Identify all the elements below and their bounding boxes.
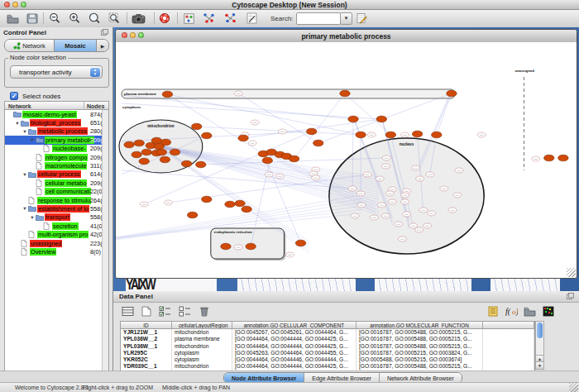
tree-row-label[interactable]: nitrogen compo [45,154,88,161]
node[interactable] [278,129,286,134]
column-header[interactable]: _cellularLayoutRegion [172,322,232,329]
node-selected[interactable] [242,206,251,213]
node-selected[interactable] [238,135,248,141]
node[interactable] [351,213,359,218]
table-cell[interactable]: [GO:0005488, GO:0005215, GO:0003674] [356,356,483,363]
node-selected[interactable] [544,155,554,161]
node[interactable] [234,91,242,96]
tree-row[interactable]: ▾biological_process651(0) [5,118,108,127]
tree-col-nodes[interactable]: Nodes [87,103,104,109]
table-cell[interactable]: [GO:0016787, GO:0005488, GO:0005215, G..… [356,336,483,342]
background-window-2[interactable] [237,278,356,292]
node[interactable] [265,172,273,177]
node-selected[interactable] [246,243,256,250]
node-selected[interactable] [432,131,442,138]
tree-row[interactable]: multi-organism pro42(0) [5,230,108,238]
node[interactable] [400,132,409,137]
node-selected[interactable] [356,131,366,138]
table-scrollbar-thumb[interactable] [537,323,543,338]
table-row[interactable]: YJR121W__1mitochondrion[GO:0045267, GO:0… [121,329,534,336]
node-selected[interactable] [235,200,245,207]
tree-row[interactable]: unassigned223(0) [5,239,108,247]
zoom-out-icon[interactable] [47,12,62,25]
node-selected[interactable] [181,160,191,167]
node-selected[interactable] [195,161,205,168]
attribute-list-icon[interactable] [486,304,500,318]
tree-row[interactable]: secretion41(0) [5,222,108,230]
node[interactable] [455,168,463,173]
node[interactable] [398,237,406,241]
node-selected[interactable] [139,158,149,165]
node-selected[interactable] [295,240,305,246]
zoom-selected-icon[interactable] [107,12,122,25]
tree-row-label[interactable]: biological_process [30,119,81,127]
tab-mosaic[interactable]: Mosaic [55,40,96,51]
tree-row-label[interactable]: macromolecule [45,162,87,170]
background-window-1[interactable]: YAIXW [126,278,217,292]
edge[interactable] [345,93,390,135]
node[interactable] [251,120,259,125]
tree-row[interactable]: ▾transport558(0) [5,213,108,222]
unselect-attributes-icon[interactable] [177,304,192,318]
edge[interactable] [294,93,345,159]
import-attributes-icon[interactable] [522,304,537,318]
annotation-icon[interactable] [244,12,259,25]
tree-row[interactable]: mosaic-demo-yeast874(0) [5,110,108,118]
node-selected[interactable] [160,139,170,146]
expander-icon[interactable]: ▾ [29,136,36,143]
node-selected[interactable] [558,155,568,161]
search-input[interactable] [296,12,341,25]
node[interactable] [234,245,242,250]
table-row[interactable]: YKR052Ccytoplasm[GO:0044464, GO:0044446,… [121,356,534,363]
node-selected[interactable] [124,141,134,148]
resize-grip[interactable] [567,268,576,277]
node[interactable] [532,156,540,161]
node[interactable] [453,193,462,198]
node-color-dropdown[interactable]: transporter activity ▲▼ [10,65,103,79]
layout-2-icon[interactable] [223,12,237,25]
node[interactable] [440,186,448,191]
node-selected[interactable] [262,157,272,164]
tree-row[interactable]: cellular metabo209(0) [5,179,108,187]
app-resize-grip[interactable] [569,383,578,392]
search-dropdown-arrow[interactable]: ▼ [340,12,352,25]
table-cell[interactable]: YDR039C__1 [121,363,172,370]
table-cell[interactable]: [GO:0016787, GO:0005488, GO:0005215, G..… [356,329,483,336]
table-row[interactable]: YPL036W__1mitochondrion[GO:0044464, GO:0… [121,343,534,350]
table-cell[interactable]: [GO:0016787, GO:0005215, GO:0003824, G..… [356,350,483,356]
tree-row-label[interactable]: response to stimulu [37,197,91,204]
table-cell[interactable]: mitochondrion [172,343,232,350]
node[interactable] [409,223,418,228]
column-header[interactable]: annotation.GO MOLECULAR_FUNCTION [356,322,483,329]
node[interactable] [381,213,390,218]
tree-row[interactable]: ▾primary metabolic209(... [5,136,108,144]
node-selected[interactable] [202,196,212,203]
tree-col-network[interactable]: Network [8,103,31,109]
table-cell[interactable]: plasma membrane [172,336,232,342]
network-graph[interactable]: plasma membranecytoplasmmitochondrionnuc… [116,42,577,276]
node-selected[interactable] [170,149,179,155]
node-selected[interactable] [202,132,212,139]
vizmapper-icon[interactable] [181,12,196,25]
tree-row-label[interactable]: Overview [30,248,56,256]
table-cell[interactable]: [GO:0044464, GO:0044444, GO:0044425, G..… [232,336,356,342]
node-attribute-table[interactable]: ID_cellularLayoutRegionannotation.GO CEL… [120,321,535,371]
node[interactable] [448,208,457,213]
data-panel-titlebar[interactable]: Data Panel [113,291,579,303]
table-scrollbar[interactable]: ▲ ▼ [535,321,544,370]
edge[interactable] [122,103,381,119]
float-panel-icon[interactable] [101,29,108,37]
tree-row-label[interactable]: mosaic-demo-yeast [22,111,77,118]
node[interactable] [248,141,256,146]
tree-row-label[interactable]: cellular process [37,170,81,178]
column-header[interactable]: annotation.GO CELLULAR_COMPONENT [232,322,356,329]
edge[interactable] [238,93,318,143]
tree-row[interactable]: nucleobase-209(0) [5,145,108,153]
node[interactable] [419,208,428,213]
layout-1-icon[interactable] [201,12,216,25]
node-selected[interactable] [162,91,172,98]
table-cell[interactable]: mitochondrion [172,363,232,370]
select-nodes-checkbox[interactable]: ✓ [10,92,18,100]
node[interactable] [416,176,424,181]
tree-row-label[interactable]: cell communicati [45,188,91,195]
